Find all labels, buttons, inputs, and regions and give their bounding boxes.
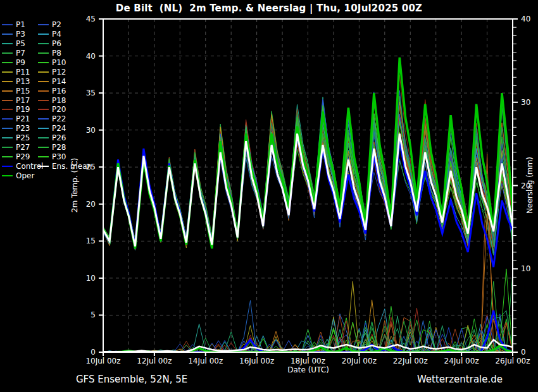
x-tick-label-3: 16Jul 00z	[239, 357, 274, 365]
y-left-tick-label-20: 20	[86, 200, 96, 209]
y-left-tick-label-30: 30	[86, 126, 96, 135]
x-tick-label-2: 14Jul 00z	[188, 357, 223, 365]
y-right-tick-label-10: 10	[521, 264, 530, 273]
y-left-tick-label-15: 15	[86, 236, 96, 245]
y-left-tick-label-0: 0	[91, 348, 96, 357]
y-right-tick-label-40: 40	[521, 15, 530, 23]
meteogram-page: { "header": { "title": "De Bilt (NL) 2m …	[0, 0, 538, 392]
y-left-tick-label-10: 10	[86, 274, 96, 283]
x-tick-label-1: 12Jul 00z	[137, 357, 172, 365]
x-tick-label-6: 22Jul 00z	[393, 357, 428, 365]
y-left-tick-label-35: 35	[86, 89, 96, 97]
footer-model-info: GFS Ensemble, 52N, 5E	[76, 374, 187, 385]
y-left-tick-label-40: 40	[86, 52, 96, 61]
footer-brand: Wetterzentrale.de	[417, 374, 503, 385]
y-left-tick-label-5: 5	[91, 310, 96, 319]
y-left-tick-label-45: 45	[86, 15, 96, 23]
meteogram-plot: 10Jul 00z12Jul 00z14Jul 00z16Jul 00z18Ju…	[0, 0, 538, 392]
y-axis-right-title: Neerslag (mm)	[525, 157, 534, 214]
x-tick-label-0: 10Jul 00z	[85, 357, 120, 365]
y-right-tick-label-30: 30	[521, 98, 530, 107]
x-tick-label-8: 26Jul 00z	[495, 357, 530, 365]
x-tick-label-5: 20Jul 00z	[342, 357, 377, 365]
y-right-tick-label-0: 0	[521, 348, 526, 357]
y-axis-left-title: 2m Temp. (°C)	[70, 158, 79, 213]
x-tick-label-7: 24Jul 00z	[444, 357, 479, 365]
y-left-tick-label-25: 25	[86, 162, 96, 171]
x-tick-label-4: 18Jul 00z	[291, 357, 325, 365]
x-axis-title: Date (UTC)	[287, 365, 329, 374]
